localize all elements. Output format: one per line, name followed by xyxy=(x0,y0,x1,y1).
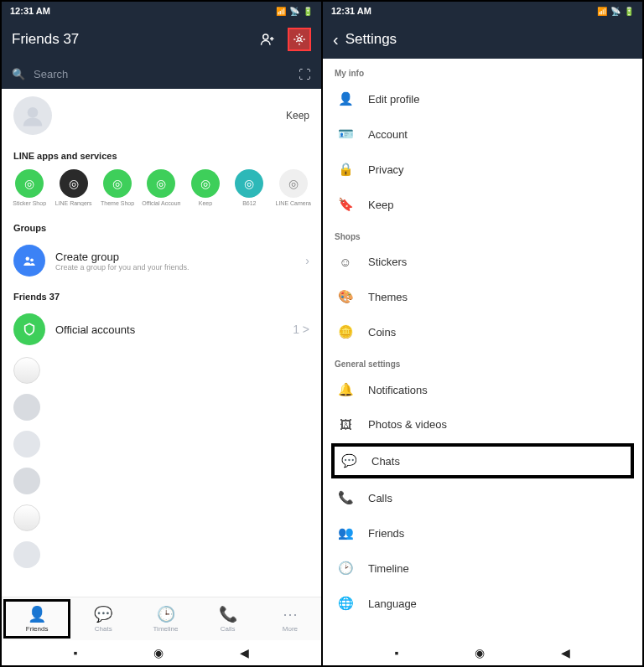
item-label: Stickers xyxy=(368,256,407,268)
battery-icon: 🔋 xyxy=(624,7,634,16)
settings-notifications[interactable]: 🔔 Notifications xyxy=(323,372,642,407)
globe-icon: 🌐 xyxy=(336,596,355,611)
tab-label: Calls xyxy=(221,625,236,633)
tab-friends[interactable]: 👤 Friends xyxy=(3,599,70,639)
friend-avatar xyxy=(13,431,40,458)
keep-label[interactable]: Keep xyxy=(286,110,309,122)
id-icon: 🪪 xyxy=(336,127,355,142)
settings-friends[interactable]: 👥 Friends xyxy=(323,515,642,551)
friends-content: Keep LINE apps and services ◎Sticker Sho… xyxy=(2,89,321,597)
app-item[interactable]: ◎Sticker Shop xyxy=(10,169,49,206)
official-icon xyxy=(13,313,45,345)
tab-calls[interactable]: 📞 Calls xyxy=(197,597,259,640)
friend-row[interactable] xyxy=(2,389,321,426)
settings-coins[interactable]: 🪙 Coins xyxy=(323,314,642,349)
settings-timeline[interactable]: 🕑 Timeline xyxy=(323,551,642,586)
tab-timeline[interactable]: 🕒 Timeline xyxy=(134,597,196,640)
item-label: Keep xyxy=(368,199,393,211)
official-accounts-row[interactable]: Official accounts 1 > xyxy=(2,307,321,352)
tab-more[interactable]: ⋯ More xyxy=(259,597,321,640)
more-tab-icon: ⋯ xyxy=(283,605,298,623)
settings-gear-icon[interactable] xyxy=(288,28,311,51)
friend-row[interactable] xyxy=(2,352,321,389)
wifi-icon: 📡 xyxy=(289,7,299,16)
app-item[interactable]: ◎B612 xyxy=(230,169,268,206)
friend-row[interactable] xyxy=(2,536,321,573)
friendslist-section-header: Friends 37 xyxy=(2,283,321,307)
app-item[interactable]: ◎Keep xyxy=(186,169,225,206)
app-item[interactable]: ◎LINE Rangers xyxy=(54,169,92,206)
item-label: Coins xyxy=(368,326,396,339)
settings-photos-videos[interactable]: 🖼 Photos & videos xyxy=(323,407,642,442)
app-item[interactable]: ◎LINE Camera xyxy=(274,169,313,206)
my-profile-row[interactable]: Keep xyxy=(2,89,321,142)
battery-icon: 🔋 xyxy=(303,7,313,16)
app-icon: ◎ xyxy=(60,169,88,198)
item-label: Notifications xyxy=(368,384,428,396)
shops-section: Shops xyxy=(323,222,642,245)
bell-icon: 🔔 xyxy=(336,382,355,397)
item-label: Friends xyxy=(368,527,404,540)
back-icon[interactable]: ‹ xyxy=(333,30,339,49)
calls-tab-icon: 📞 xyxy=(219,605,237,623)
settings-privacy[interactable]: 🔒 Privacy xyxy=(323,152,642,187)
tab-label: Timeline xyxy=(153,625,179,633)
app-label: Official Accoun... xyxy=(142,200,180,206)
settings-themes[interactable]: 🎨 Themes xyxy=(323,279,642,314)
nav-home-icon[interactable]: ◉ xyxy=(475,646,485,659)
search-row[interactable]: 🔍 Search ⛶ xyxy=(2,59,321,89)
nav-back-icon[interactable]: ◀ xyxy=(240,646,249,659)
friend-row[interactable] xyxy=(2,463,321,499)
settings-calls[interactable]: 📞 Calls xyxy=(323,480,642,515)
tab-chats[interactable]: 💬 Chats xyxy=(72,597,134,640)
item-label: Edit profile xyxy=(368,93,419,106)
nav-recent-icon[interactable]: ▪ xyxy=(395,646,399,659)
nav-back-icon[interactable]: ◀ xyxy=(561,646,570,659)
svg-point-1 xyxy=(298,38,301,41)
smile-icon: ☺ xyxy=(336,255,355,269)
friends-header: Friends 37 xyxy=(2,20,321,59)
friend-avatar xyxy=(13,541,40,568)
add-friend-icon[interactable] xyxy=(256,28,279,51)
app-label: LINE Rangers xyxy=(55,200,92,206)
qr-scan-icon[interactable]: ⛶ xyxy=(299,67,311,81)
svg-point-3 xyxy=(26,257,30,261)
settings-content: My info 👤 Edit profile 🪪 Account 🔒 Priva… xyxy=(323,59,642,640)
svg-point-4 xyxy=(30,258,34,261)
svg-point-2 xyxy=(28,107,39,118)
nav-home-icon[interactable]: ◉ xyxy=(153,646,164,659)
phone-icon: 📞 xyxy=(336,490,355,505)
person-icon: 👤 xyxy=(336,91,355,106)
android-nav-bar: ▪ ◉ ◀ xyxy=(2,640,321,665)
friend-row[interactable] xyxy=(2,499,321,536)
app-icon: ◎ xyxy=(147,169,175,198)
settings-keep[interactable]: 🔖 Keep xyxy=(323,187,642,222)
search-placeholder: Search xyxy=(34,68,68,80)
app-icon: ◎ xyxy=(103,169,132,198)
status-time: 12:31 AM xyxy=(331,6,371,16)
nav-recent-icon[interactable]: ▪ xyxy=(74,646,78,659)
friend-avatar xyxy=(13,504,40,531)
settings-stickers[interactable]: ☺ Stickers xyxy=(323,245,642,279)
create-group-row[interactable]: Create group Create a group for you and … xyxy=(2,238,321,283)
friend-avatar xyxy=(13,357,40,384)
app-item[interactable]: ◎Official Accoun... xyxy=(142,169,180,206)
group-icon xyxy=(13,245,45,277)
official-title: Official accounts xyxy=(55,323,283,336)
phone-settings: 12:31 AM 📶 📡 🔋 ‹ Settings My info 👤 Edit… xyxy=(323,2,642,665)
settings-chats[interactable]: 💬 Chats xyxy=(331,443,634,478)
settings-language[interactable]: 🌐 Language xyxy=(323,586,642,621)
avatar xyxy=(13,96,52,135)
app-label: Sticker Shop xyxy=(13,200,46,206)
item-label: Language xyxy=(368,597,417,610)
chat-icon: 💬 xyxy=(340,453,358,468)
status-bar: 12:31 AM 📶 📡 🔋 xyxy=(323,2,642,20)
clock-icon: 🕑 xyxy=(336,561,355,576)
settings-edit-profile[interactable]: 👤 Edit profile xyxy=(323,81,642,116)
settings-title: Settings xyxy=(345,31,632,48)
app-label: Keep xyxy=(199,200,212,206)
app-label: Theme Shop xyxy=(101,200,134,206)
friend-row[interactable] xyxy=(2,426,321,463)
settings-account[interactable]: 🪪 Account xyxy=(323,116,642,152)
app-item[interactable]: ◎Theme Shop xyxy=(98,169,137,206)
